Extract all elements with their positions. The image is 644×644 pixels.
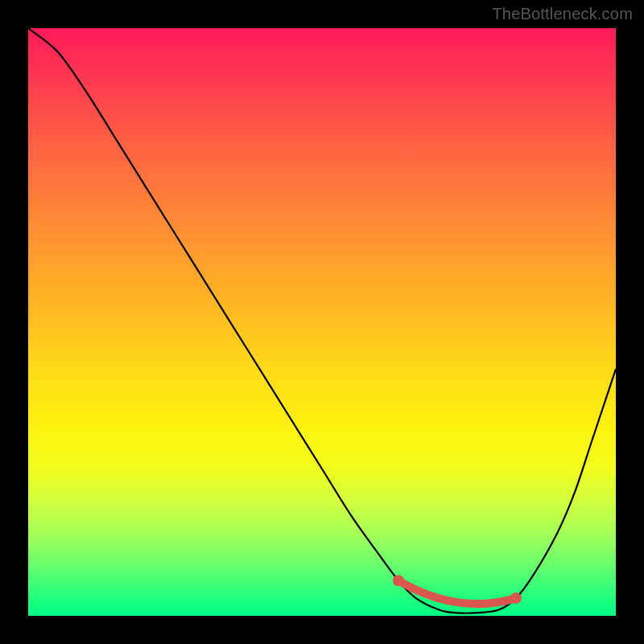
optimal-range-highlight xyxy=(398,580,516,604)
bottleneck-curve xyxy=(28,28,616,613)
watermark-text: TheBottleneck.com xyxy=(492,5,633,23)
optimal-range-start-dot xyxy=(393,575,404,586)
optimal-range-end-dot xyxy=(510,592,522,604)
bottleneck-curve-svg xyxy=(28,28,616,616)
plot-area xyxy=(28,28,616,616)
chart-frame: TheBottleneck.com xyxy=(0,0,644,644)
